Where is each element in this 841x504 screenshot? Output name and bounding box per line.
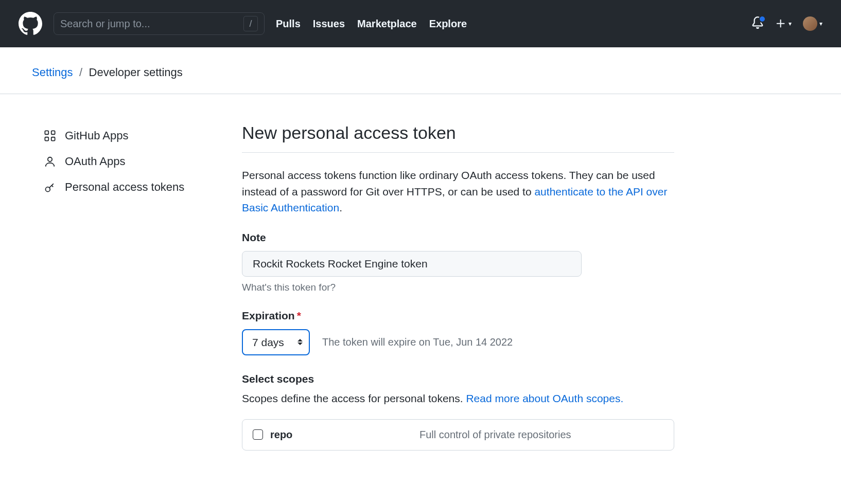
svg-rect-3	[51, 137, 55, 141]
description-end: .	[339, 202, 342, 213]
svg-rect-0	[45, 131, 48, 134]
plus-icon	[775, 18, 786, 29]
token-description: Personal access tokens function like ord…	[242, 167, 674, 216]
create-menu[interactable]: ▾	[775, 18, 792, 29]
notifications-button[interactable]	[751, 16, 764, 31]
breadcrumb: Settings / Developer settings	[0, 47, 841, 94]
sidebar-item-label: Personal access tokens	[65, 181, 184, 194]
sidebar-item-personal-access-tokens[interactable]: Personal access tokens	[44, 174, 206, 200]
scope-name: repo	[270, 429, 419, 441]
svg-rect-1	[51, 131, 55, 134]
sidebar-item-label: OAuth Apps	[65, 155, 125, 168]
avatar	[803, 16, 817, 31]
note-helper: What's this token for?	[242, 282, 674, 293]
github-logo[interactable]	[19, 12, 42, 35]
breadcrumb-current: Developer settings	[89, 66, 183, 79]
expiration-select[interactable]: 7 days	[242, 329, 310, 355]
github-mark-icon	[19, 12, 42, 35]
scopes-label: Select scopes	[242, 373, 674, 385]
divider	[242, 152, 674, 153]
breadcrumb-separator: /	[79, 66, 82, 79]
nav-marketplace[interactable]: Marketplace	[357, 18, 417, 30]
chevron-down-icon: ▾	[789, 20, 792, 27]
page-title: New personal access token	[242, 123, 674, 143]
scope-box: repo Full control of private repositorie…	[242, 419, 674, 451]
expiration-label: Expiration*	[242, 310, 674, 322]
sidebar-item-label: GitHub Apps	[65, 129, 129, 142]
apps-icon	[44, 130, 56, 141]
user-menu[interactable]: ▾	[803, 16, 822, 31]
nav-explore[interactable]: Explore	[429, 18, 467, 30]
expiration-label-text: Expiration	[242, 310, 295, 321]
svg-rect-2	[45, 137, 48, 141]
nav-issues[interactable]: Issues	[313, 18, 345, 30]
search-box[interactable]: /	[54, 12, 265, 35]
expiration-row: 7 days The token will expire on Tue, Jun…	[242, 329, 674, 355]
scopes-description: Scopes define the access for personal to…	[242, 392, 674, 405]
global-header: / Pulls Issues Marketplace Explore ▾ ▾	[0, 0, 841, 47]
breadcrumb-settings[interactable]: Settings	[32, 66, 73, 79]
main-content: New personal access token Personal acces…	[206, 123, 705, 451]
search-input[interactable]	[60, 18, 243, 30]
chevron-down-icon: ▾	[819, 20, 822, 27]
svg-point-4	[48, 157, 52, 161]
settings-sidebar: GitHub Apps OAuth Apps Personal access t…	[0, 123, 206, 451]
scope-row-repo: repo Full control of private repositorie…	[253, 429, 663, 441]
content-container: GitHub Apps OAuth Apps Personal access t…	[0, 94, 841, 451]
note-label: Note	[242, 231, 674, 244]
sidebar-item-github-apps[interactable]: GitHub Apps	[44, 123, 206, 149]
svg-point-5	[45, 187, 50, 192]
scope-description: Full control of private repositories	[419, 429, 571, 441]
slash-key-hint: /	[243, 16, 258, 31]
expiration-note: The token will expire on Tue, Jun 14 202…	[322, 336, 513, 348]
scope-checkbox-repo[interactable]	[253, 429, 263, 440]
person-icon	[44, 156, 56, 167]
key-icon	[44, 182, 56, 193]
notification-dot	[759, 15, 766, 23]
scopes-doc-link[interactable]: Read more about OAuth scopes.	[466, 392, 623, 404]
nav-pulls[interactable]: Pulls	[276, 18, 301, 30]
scopes-desc-text: Scopes define the access for personal to…	[242, 392, 466, 404]
sidebar-item-oauth-apps[interactable]: OAuth Apps	[44, 149, 206, 174]
note-input[interactable]	[242, 251, 582, 277]
expiration-select-wrapper: 7 days	[242, 329, 310, 355]
primary-nav: Pulls Issues Marketplace Explore	[276, 18, 467, 30]
required-asterisk: *	[297, 310, 301, 321]
header-right: ▾ ▾	[751, 16, 822, 31]
